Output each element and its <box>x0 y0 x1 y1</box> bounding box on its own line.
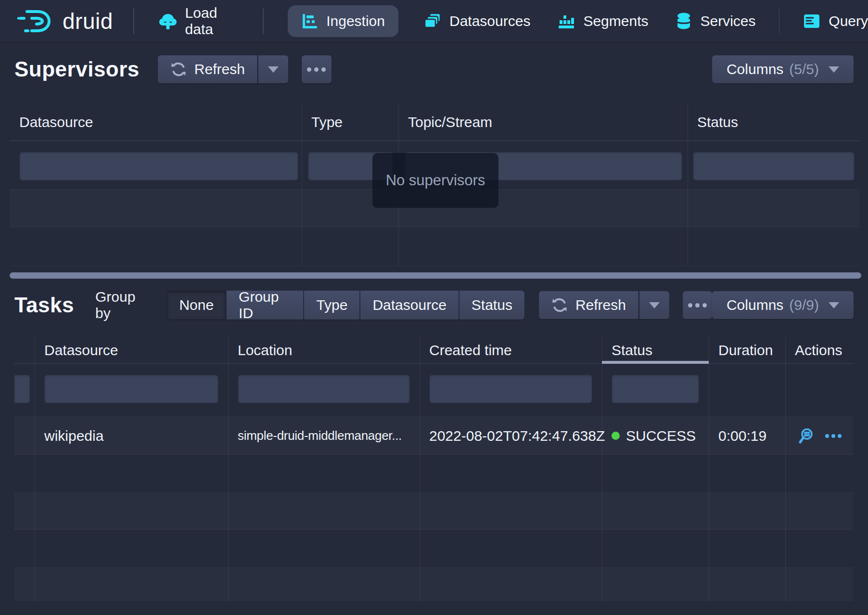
nav-label: Query <box>829 13 868 29</box>
refresh-icon <box>170 61 187 77</box>
chevron-down-icon <box>829 66 839 73</box>
columns-label: Columns <box>727 61 783 77</box>
group-by-type-button[interactable]: Type <box>303 291 359 320</box>
table-row <box>14 568 853 601</box>
nav-label: Services <box>700 13 755 29</box>
tasks-table: Datasource Location Created time Status … <box>14 337 853 601</box>
supervisors-table: Datasource Type Topic/Stream Status No s… <box>10 104 859 266</box>
table-row <box>10 227 859 266</box>
supervisors-more-button[interactable] <box>302 55 332 83</box>
nav-item-load-data[interactable]: Load data <box>158 5 240 38</box>
top-navbar: druid Load data <box>0 0 868 42</box>
header-created-time[interactable]: Created time <box>429 337 512 364</box>
table-row <box>14 455 853 493</box>
group-by-status-button[interactable]: Status <box>459 291 524 320</box>
navbar-divider <box>263 8 264 34</box>
header-datasource[interactable]: Datasource <box>44 337 118 364</box>
header-actions[interactable]: Actions <box>795 337 842 364</box>
nav-item-segments[interactable]: Segments <box>557 12 648 30</box>
group-by-group-id-button[interactable]: Group ID <box>226 291 303 320</box>
cell-location: simple-druid-middlemanager... <box>238 417 402 454</box>
filter-input-task-id[interactable] <box>14 374 30 403</box>
cell-datasource: wikipedia <box>44 417 103 454</box>
nav-item-services[interactable]: Services <box>675 12 755 31</box>
supervisors-table-header: Datasource Type Topic/Stream Status <box>10 104 859 141</box>
filter-input-created-time[interactable] <box>429 374 592 403</box>
bar-chart-icon <box>557 12 575 30</box>
no-supervisors-message: No supervisors <box>372 153 498 208</box>
filter-input-datasource[interactable] <box>44 374 218 403</box>
tasks-title: Tasks <box>14 293 74 317</box>
druid-logo-icon <box>17 6 55 37</box>
columns-label: Columns <box>727 297 783 313</box>
more-icon <box>688 303 692 308</box>
database-icon <box>675 12 692 31</box>
navbar-divider <box>133 8 134 34</box>
group-by-label: Group by <box>95 289 153 321</box>
supervisors-title: Supervisors <box>14 57 140 81</box>
nav-label: Load data <box>185 5 240 38</box>
refresh-label: Refresh <box>575 297 626 313</box>
druid-console: druid Load data <box>0 0 868 615</box>
brand-name: druid <box>63 8 113 34</box>
header-status[interactable]: Status <box>688 104 859 141</box>
task-row-wikipedia[interactable]: wikipedia simple-druid-middlemanager... … <box>14 417 853 455</box>
table-row <box>14 530 853 568</box>
header-datasource[interactable]: Datasource <box>10 104 302 141</box>
cell-duration: 0:00:19 <box>718 417 766 454</box>
header-location[interactable]: Location <box>238 337 292 364</box>
nav-label: Datasources <box>449 13 530 29</box>
nav-label: Ingestion <box>326 13 385 29</box>
columns-count: (5/5) <box>789 61 819 77</box>
supervisors-columns-button[interactable]: Columns (5/5) <box>712 55 854 83</box>
header-topic-stream[interactable]: Topic/Stream <box>398 104 688 141</box>
chevron-down-icon <box>268 66 279 73</box>
cell-status: SUCCESS <box>612 417 696 454</box>
chevron-down-icon <box>829 302 839 308</box>
filter-input-datasource[interactable] <box>19 152 298 180</box>
tasks-refresh-interval-button[interactable] <box>638 291 669 319</box>
supervisors-toolbar: Supervisors Refresh <box>14 54 854 85</box>
tasks-toolbar: Tasks Group by None Group ID Type Dataso… <box>14 290 854 320</box>
tasks-table-header: Datasource Location Created time Status … <box>14 337 853 364</box>
druid-logo[interactable]: druid <box>17 6 113 37</box>
navbar-divider <box>779 8 780 34</box>
refresh-icon <box>551 297 568 313</box>
supervisors-refresh-button[interactable]: Refresh <box>158 55 257 83</box>
cell-actions <box>785 417 853 454</box>
status-text: SUCCESS <box>626 428 696 444</box>
nav-item-datasources[interactable]: Datasources <box>423 12 530 30</box>
chevron-down-icon <box>649 302 660 308</box>
cell-created-time: 2022-08-02T07:42:47.638Z <box>429 417 605 454</box>
columns-count: (9/9) <box>789 297 819 313</box>
nav-label: Segments <box>583 13 648 29</box>
tasks-columns-button[interactable]: Columns (9/9) <box>712 291 854 319</box>
header-status-sorted[interactable]: Status <box>612 337 652 364</box>
more-icon <box>307 67 311 72</box>
group-by-datasource-button[interactable]: Datasource <box>359 291 458 320</box>
task-actions-menu-icon[interactable] <box>825 434 842 438</box>
tasks-refresh-button[interactable]: Refresh <box>539 291 638 319</box>
horizontal-scrollbar[interactable] <box>10 272 861 279</box>
header-duration[interactable]: Duration <box>718 337 773 364</box>
nav-item-query[interactable]: Query <box>803 13 868 30</box>
tasks-filter-row <box>14 364 853 417</box>
task-detail-magnifier-icon[interactable] <box>797 427 815 445</box>
filter-input-status[interactable] <box>693 152 855 180</box>
group-by-button-group: None Group ID Type Datasource Status <box>167 291 524 320</box>
table-row <box>14 493 853 530</box>
cloud-upload-icon <box>158 12 178 31</box>
tasks-refresh-split-button: Refresh <box>539 291 669 319</box>
filter-input-location[interactable] <box>238 374 410 403</box>
filter-input-status[interactable] <box>612 374 699 403</box>
refresh-label: Refresh <box>194 61 245 77</box>
supervisors-refresh-interval-button[interactable] <box>257 55 288 83</box>
tasks-more-button[interactable] <box>683 291 712 319</box>
supervisors-refresh-split-button: Refresh <box>158 55 288 83</box>
group-by-none-button[interactable]: None <box>167 291 226 320</box>
header-type[interactable]: Type <box>302 104 398 141</box>
console-icon <box>803 13 821 30</box>
success-status-dot <box>612 432 620 440</box>
nav-item-ingestion[interactable]: Ingestion <box>288 5 398 37</box>
stacked-layers-icon <box>423 12 442 30</box>
